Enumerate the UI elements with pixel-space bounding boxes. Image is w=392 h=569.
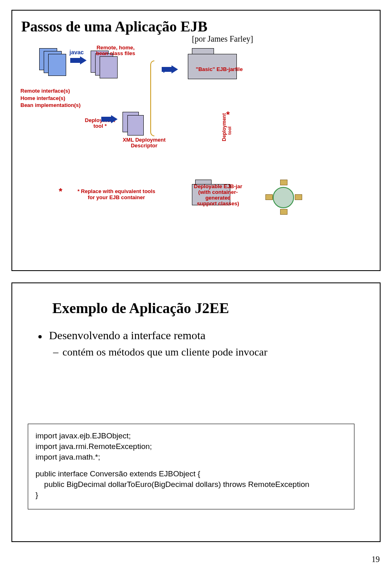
- slide-j2ee-example: Exemplo de Aplicação J2EE Desenvolvendo …: [11, 282, 381, 542]
- code-line-5: public BigDecimal dollarToEuro(BigDecima…: [36, 479, 347, 490]
- bullet-text: Desenvolvendo a interface remota: [49, 329, 205, 342]
- vertical-dep-tool-label: * Deployment tool: [225, 113, 232, 162]
- slide2-title: Exemplo de Aplicação J2EE: [52, 300, 369, 317]
- subbullet-invocar: – contém os métodos que um cliente pode …: [53, 346, 369, 358]
- label-deployable: Deployable EJB-jar (with container- gene…: [185, 184, 251, 207]
- slide1-subtitle: [por James Farley]: [192, 34, 253, 44]
- label-class-files: Remote, home, bean class files: [89, 45, 142, 56]
- source-labels: Remote interface(s) Home interface(s) Be…: [20, 87, 102, 109]
- bullet-remote-interface: Desenvolvendo a interface remota: [38, 329, 369, 342]
- diagram-row-2: Deployment tool * XML Deployment Descrip…: [78, 113, 363, 171]
- arrow-javac: [70, 56, 87, 64]
- basic-ejb-folder-icon: [188, 48, 237, 80]
- code-line-4: public interface Conversão extends EJBOb…: [36, 469, 347, 479]
- label-vert-dep: Deployment: [221, 113, 227, 141]
- xml-descriptor-stack: [122, 112, 145, 137]
- code-line-1: import javax.ejb.EJBObject;: [36, 431, 347, 441]
- diagram-row-1: javac Remote, home, bean class files jar…: [37, 47, 355, 87]
- label-jar: jar: [163, 66, 180, 73]
- label-vert-tool: tool: [227, 127, 232, 135]
- subbullet-text: contém os métodos que um cliente pode in…: [62, 346, 267, 358]
- bullet-dot-icon: [38, 335, 42, 338]
- label-remote-if: Remote interface(s): [20, 87, 102, 95]
- page-number: 19: [372, 555, 380, 564]
- dash-icon: –: [53, 346, 58, 358]
- code-line-6: }: [36, 490, 347, 500]
- code-line-2: import java.rmi.RemoteException;: [36, 441, 347, 452]
- source-files-stack: [39, 48, 66, 78]
- slide-ejb-steps: Passos de uma Aplicação EJB [por James F…: [11, 10, 381, 271]
- label-bean-impl: Bean implementation(s): [20, 102, 102, 109]
- label-javac: javac: [69, 49, 84, 56]
- label-basic-ejb: "Basic" EJB-jarfile: [189, 66, 250, 72]
- code-box: import javax.ejb.EJBObject; import java.…: [28, 424, 354, 509]
- label-xml-dep: XML Deployment Descriptor: [118, 137, 171, 149]
- label-home-if: Home interface(s): [20, 95, 102, 102]
- diagram-row-3: * Replace with equivalent tools for your…: [61, 182, 363, 256]
- network-globe-icon: [265, 180, 302, 216]
- slide1-title: Passos de uma Aplicação EJB: [21, 18, 371, 35]
- label-replace-note: * Replace with equivalent tools for your…: [61, 189, 172, 201]
- arrow-dep-tool: [101, 115, 118, 123]
- code-line-3: import java.math.*;: [36, 452, 347, 462]
